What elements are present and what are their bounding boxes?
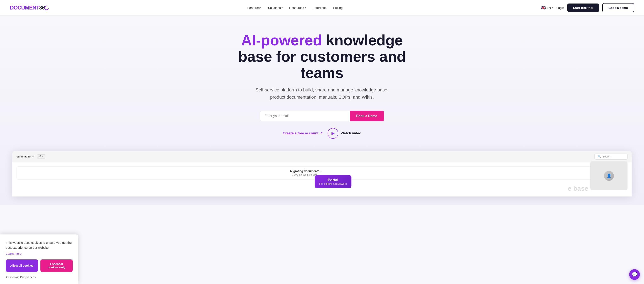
start-trial-button[interactable]: Start free trial	[567, 4, 599, 12]
hero-subtitle: Self-service platform to build, share an…	[250, 86, 394, 101]
chevron-down-icon: ▾	[260, 7, 261, 9]
email-input[interactable]	[260, 111, 350, 121]
cookie-preferences[interactable]: ⚙ Cookie Preferences	[6, 275, 72, 279]
nav-item-pricing[interactable]: Pricing	[333, 6, 343, 10]
chat-bubble-button[interactable]: 💬	[629, 269, 640, 280]
chevron-down-icon: ▾	[305, 7, 306, 9]
article-item[interactable]: Migrating documenta... / why-did-we-buil…	[16, 166, 595, 180]
logo[interactable]: DOCUMENT36	[10, 5, 49, 11]
cookie-banner: This website uses cookies to ensure you …	[0, 234, 78, 284]
logo-text: DOCUMENT36	[10, 5, 49, 11]
navbar: DOCUMENT36 Features ▾ Solutions ▾ Resour…	[0, 0, 644, 16]
nav-item-features[interactable]: Features ▾	[247, 6, 261, 10]
hero-title: AI-powered knowledge base for customers …	[229, 32, 415, 81]
kb-watermark: e base	[568, 185, 588, 192]
chat-icon: 💬	[632, 272, 638, 277]
article-path: / why-did-we-build-doc...	[20, 174, 592, 176]
cookie-message: This website uses cookies to ensure you …	[6, 240, 72, 250]
settings-icon: ⚙	[6, 275, 9, 279]
chevron-down-icon: ▾	[282, 7, 282, 9]
app-bar-logo: cument360 ↗	[16, 155, 34, 158]
login-link[interactable]: Login	[556, 6, 564, 10]
external-link-icon: ↗	[32, 155, 34, 158]
email-form: Book a Demo	[260, 111, 384, 121]
allow-all-cookies-button[interactable]: Allow all cookies	[6, 259, 38, 272]
search-box[interactable]: 🔍 Search	[594, 154, 628, 160]
nav-item-enterprise[interactable]: Enterprise	[312, 6, 326, 10]
chevron-down-icon: ▾	[552, 7, 553, 9]
portal-tooltip-subtitle: For editors & reviewers	[319, 182, 347, 185]
chevron-down-icon: ▾	[42, 155, 44, 158]
create-account-link[interactable]: Create a free account ↗	[283, 131, 322, 135]
version-selector[interactable]: v2 ▾	[37, 154, 46, 158]
avatar-strip: 👤	[590, 161, 628, 190]
book-demo-nav-button[interactable]: Book a demo	[602, 3, 634, 12]
app-preview: cument360 ↗ v2 ▾ 🔍 Search Migrating docu…	[12, 151, 632, 196]
nav-item-solutions[interactable]: Solutions ▾	[268, 6, 282, 10]
portal-tooltip: Portal For editors & reviewers	[314, 175, 351, 188]
nav-links: Features ▾ Solutions ▾ Resources ▾ Enter…	[247, 6, 343, 10]
article-title: Migrating documenta...	[20, 169, 592, 173]
app-bar: cument360 ↗ v2 ▾ 🔍 Search	[12, 151, 632, 162]
avatar: 👤	[604, 171, 614, 181]
hero-section: AI-powered knowledge base for customers …	[0, 16, 644, 205]
app-search-area: 🔍 Search	[49, 154, 628, 160]
hero-title-accent: AI-powered	[241, 32, 322, 49]
play-icon: ▶	[328, 128, 338, 139]
portal-tooltip-title: Portal	[319, 178, 347, 182]
cta-row: Create a free account ↗ ▶ Watch video	[4, 128, 640, 139]
nav-right: 🇬🇧 EN ▾ Login Start free trial Book a de…	[541, 3, 634, 12]
cookie-learn-more-link[interactable]: Learn more	[6, 252, 72, 255]
flag-icon: 🇬🇧	[541, 6, 546, 10]
watch-video-button[interactable]: ▶ Watch video	[328, 128, 362, 139]
search-icon: 🔍	[598, 155, 601, 158]
external-link-icon: ↗	[320, 131, 322, 135]
nav-item-resources[interactable]: Resources ▾	[289, 6, 306, 10]
language-selector[interactable]: 🇬🇧 EN ▾	[541, 6, 553, 10]
cookie-buttons: Allow all cookies Essential cookies only	[6, 259, 72, 272]
book-demo-hero-button[interactable]: Book a Demo	[350, 111, 384, 121]
search-placeholder-text: Search	[602, 155, 611, 158]
essential-cookies-button[interactable]: Essential cookies only	[40, 259, 72, 272]
